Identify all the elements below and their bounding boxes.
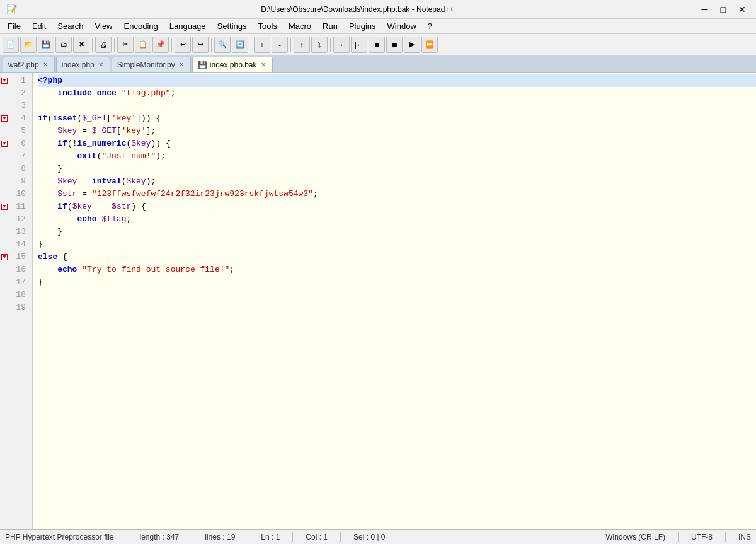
menu-run[interactable]: Run	[318, 20, 343, 32]
menu-settings[interactable]: Settings	[212, 20, 252, 32]
toolbar-sep4	[211, 38, 212, 52]
menu-macro[interactable]: Macro	[284, 20, 316, 32]
replace-button[interactable]: 🔄	[232, 37, 248, 53]
copy-button[interactable]: 📋	[135, 37, 151, 53]
status-ins: INS	[738, 533, 751, 541]
line-number: ▼1	[0, 74, 30, 87]
code-line: $str = "123ffwsfwefwf24r2f32ir23jrw923rs…	[38, 188, 756, 200]
menu-window[interactable]: Window	[382, 20, 421, 32]
menu-file[interactable]: File	[3, 20, 26, 32]
line-number: 9	[0, 175, 30, 188]
code-line	[38, 289, 756, 301]
fold-marker[interactable]: ▼	[1, 204, 8, 210]
menu-help[interactable]: ?	[423, 20, 437, 32]
tab-waf2-close[interactable]: ✕	[42, 61, 49, 69]
cut-button[interactable]: ✂	[117, 37, 134, 53]
code-line: include_once "flag.php";	[38, 87, 756, 100]
status-lines: lines : 19	[205, 533, 235, 541]
line-number: 17	[0, 276, 30, 289]
tab-index[interactable]: index.php ✕	[56, 57, 110, 72]
status-eol: Windows (CR LF)	[605, 533, 665, 541]
paste-button[interactable]: 📌	[152, 37, 169, 53]
indent-button[interactable]: →|	[333, 37, 350, 53]
code-line: if(isset($_GET['key'])) {	[38, 112, 756, 125]
code-line: $key = $_GET['key'];	[38, 125, 756, 137]
line-number: 7	[0, 150, 30, 163]
code-line: echo $flag;	[38, 213, 756, 226]
app-icon: 📝	[6, 4, 17, 14]
find-button[interactable]: 🔍	[214, 37, 231, 53]
tab-indexbak-close[interactable]: ✕	[260, 61, 267, 69]
sync-button[interactable]: ↕	[294, 37, 310, 53]
status-sel: Sel : 0 | 0	[353, 533, 385, 541]
menu-search[interactable]: Search	[52, 20, 88, 32]
status-sep7	[725, 532, 726, 542]
tab-index-close[interactable]: ✕	[97, 61, 105, 69]
open-button[interactable]: 📂	[20, 37, 37, 53]
macro-stop-button[interactable]: ⏹	[386, 37, 403, 53]
line-number: ▼11	[0, 200, 30, 213]
tab-simplemonitor-close[interactable]: ✕	[178, 61, 185, 69]
save-button[interactable]: 💾	[38, 37, 54, 53]
titlebar-title: D:\Users\Obscure\Downloads\index.php.bak…	[17, 5, 698, 14]
line-number: 3	[0, 100, 30, 112]
menu-plugins[interactable]: Plugins	[344, 20, 381, 32]
close-button2[interactable]: ✖	[73, 37, 89, 53]
macro-play-button[interactable]: ▶	[404, 37, 420, 53]
code-line: }	[38, 226, 756, 238]
code-line	[38, 100, 756, 112]
menu-edit[interactable]: Edit	[27, 20, 51, 32]
tab-indexbak[interactable]: 💾 index.php.bak ✕	[192, 57, 273, 72]
tab-simplemonitor-label: SimpleMonitor.py	[117, 61, 175, 69]
code-area[interactable]: <?php include_once "flag.php"; if(isset(…	[33, 73, 756, 529]
new-button[interactable]: 📄	[3, 37, 19, 53]
status-sep2	[192, 532, 192, 542]
menu-language[interactable]: Language	[164, 20, 211, 32]
undo-button[interactable]: ↩	[175, 37, 191, 53]
fold-marker[interactable]: ▼	[1, 141, 8, 147]
tab-indexbak-icon: 💾	[198, 61, 207, 69]
tab-indexbak-label: index.php.bak	[210, 61, 257, 69]
unindent-button[interactable]: |←	[351, 37, 367, 53]
save-all-button[interactable]: 🗂	[55, 37, 72, 53]
print-button[interactable]: 🖨	[95, 37, 112, 53]
statusbar: PHP Hypertext Preprocessor file length :…	[0, 529, 756, 544]
line-number: 5	[0, 125, 30, 137]
macro-run-button[interactable]: ⏩	[421, 37, 438, 53]
line-number: 2	[0, 87, 30, 100]
code-line: }	[38, 163, 756, 175]
redo-button[interactable]: ↪	[192, 37, 209, 53]
close-button[interactable]: ✕	[735, 3, 750, 16]
tab-simplemonitor[interactable]: SimpleMonitor.py ✕	[112, 57, 191, 72]
status-encoding: UTF-8	[691, 533, 713, 541]
toolbar: 📄 📂 💾 🗂 ✖ 🖨 ✂ 📋 📌 ↩ ↪ 🔍 🔄 + - ↕ ⤵ →| |← …	[0, 34, 756, 55]
macro-record-button[interactable]: ⏺	[369, 37, 385, 53]
menu-encoding[interactable]: Encoding	[119, 20, 163, 32]
minimize-button[interactable]: ─	[698, 3, 712, 16]
zoom-in-button[interactable]: +	[254, 37, 270, 53]
code-line: echo "Try to find out source file!";	[38, 263, 756, 276]
titlebar-controls[interactable]: ─ □ ✕	[698, 3, 750, 16]
tabs-bar: waf2.php ✕ index.php ✕ SimpleMonitor.py …	[0, 55, 756, 73]
wrap-button[interactable]: ⤵	[311, 37, 328, 53]
line-number: 14	[0, 238, 30, 251]
maximize-button[interactable]: □	[717, 3, 730, 16]
toolbar-sep3	[171, 38, 172, 52]
editor-container: ▼123▼45▼678910▼11121314▼1516171819 <?php…	[0, 73, 756, 529]
fold-marker[interactable]: ▼	[1, 115, 8, 122]
menu-view[interactable]: View	[90, 20, 118, 32]
fold-marker[interactable]: ▼	[1, 78, 8, 84]
tab-waf2-label: waf2.php	[8, 61, 39, 69]
titlebar-left: 📝	[6, 4, 17, 14]
status-ln: Ln : 1	[261, 533, 280, 541]
status-sep5	[340, 532, 341, 542]
status-sep4	[292, 532, 293, 542]
line-number: ▼4	[0, 112, 30, 125]
zoom-out-button[interactable]: -	[272, 37, 288, 53]
tab-waf2[interactable]: waf2.php ✕	[3, 57, 55, 72]
line-number: 10	[0, 188, 30, 200]
status-length: length : 347	[140, 533, 180, 541]
code-line	[38, 301, 756, 314]
menu-tools[interactable]: Tools	[253, 20, 282, 32]
fold-marker[interactable]: ▼	[1, 254, 8, 260]
